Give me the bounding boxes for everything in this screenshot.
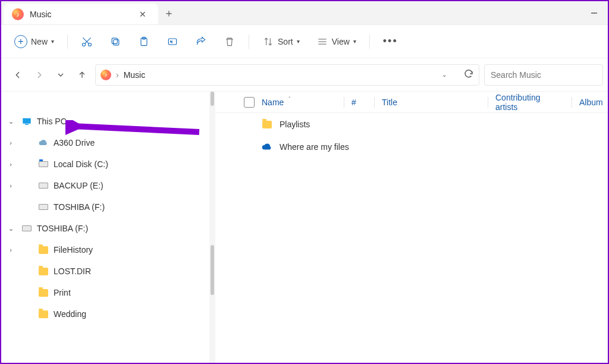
tab-music[interactable]: ♪ Music ✕ xyxy=(4,4,158,24)
chevron-down-icon: ▾ xyxy=(353,38,356,45)
svg-rect-12 xyxy=(25,124,29,125)
tree-item-toshiba-expanded[interactable]: ⌄ TOSHIBA (F:) xyxy=(1,218,209,239)
folder-icon xyxy=(38,266,49,277)
tree-label: LOST.DIR xyxy=(54,266,91,276)
back-button[interactable] xyxy=(10,67,26,83)
tree-label: A360 Drive xyxy=(54,138,95,148)
sort-button[interactable]: Sort ▾ xyxy=(256,32,306,52)
tree-label: Wedding xyxy=(54,309,86,319)
tree-item-filehistory[interactable]: › FileHistory xyxy=(1,239,209,261)
tree-item-toshiba[interactable]: › TOSHIBA (F:) xyxy=(1,196,209,218)
cut-button[interactable] xyxy=(75,32,99,52)
sort-button-label: Sort xyxy=(278,37,293,46)
tree-label: BACKUP (E:) xyxy=(54,181,103,190)
sort-icon xyxy=(262,36,274,48)
address-row: ♪ › Music ⌄ xyxy=(1,58,608,92)
rename-button[interactable] xyxy=(161,32,184,52)
chevron-down-icon: ▾ xyxy=(51,38,54,45)
new-tab-button[interactable]: ＋ xyxy=(158,1,180,24)
recent-button[interactable] xyxy=(52,67,69,83)
delete-button[interactable] xyxy=(218,32,241,52)
tab-close-icon[interactable]: ✕ xyxy=(136,10,150,19)
paste-button[interactable] xyxy=(132,32,156,52)
tree-label: TOSHIBA (F:) xyxy=(54,202,105,212)
column-contributing-artists[interactable]: Contributing artists xyxy=(488,93,572,112)
column-name[interactable]: Nameˆ xyxy=(255,98,344,107)
tree-item-a360[interactable]: › A360 Drive xyxy=(1,132,209,153)
tree-label: TOSHIBA (F:) xyxy=(37,224,88,233)
tree-label: FileHistory xyxy=(54,245,93,255)
drive-icon xyxy=(38,159,49,170)
chevron-down-icon: ▾ xyxy=(297,38,300,45)
music-icon: ♪ xyxy=(101,70,111,80)
rename-icon xyxy=(167,36,178,48)
drive-icon xyxy=(38,202,49,212)
breadcrumb[interactable]: Music xyxy=(124,70,146,80)
toolbar: + New ▾ Sort ▾ View ▾ ••• xyxy=(1,25,608,58)
folder-icon xyxy=(38,309,49,319)
expand-icon[interactable]: › xyxy=(5,182,17,189)
list-item[interactable]: Where are my files xyxy=(215,136,608,158)
cloud-icon xyxy=(38,137,49,148)
folder-icon xyxy=(38,244,49,255)
sidebar-scrollbar[interactable] xyxy=(209,92,215,363)
plus-icon: + xyxy=(14,35,27,48)
tree-label: This PC xyxy=(37,117,67,126)
column-album[interactable]: Album xyxy=(572,98,608,107)
pc-icon xyxy=(21,116,32,127)
music-icon: ♪ xyxy=(12,8,24,20)
item-name: Playlists xyxy=(280,120,310,129)
up-button[interactable] xyxy=(74,67,90,83)
view-button[interactable]: View ▾ xyxy=(310,32,362,52)
expand-icon[interactable]: › xyxy=(5,161,17,168)
copy-button[interactable] xyxy=(103,32,127,52)
expand-icon[interactable]: › xyxy=(5,246,17,253)
svg-rect-3 xyxy=(112,38,117,43)
item-name: Where are my files xyxy=(280,142,349,152)
select-all-checkbox[interactable] xyxy=(244,97,255,108)
content-pane: Nameˆ # Title Contributing artists Album… xyxy=(209,92,608,363)
more-icon: ••• xyxy=(383,35,398,48)
paste-icon xyxy=(138,36,150,48)
address-bar[interactable]: ♪ › Music ⌄ xyxy=(95,64,479,86)
navigation-tree: ⌄ This PC › A360 Drive › Local Disk (C:)… xyxy=(1,92,209,363)
tree-item-wedding[interactable]: › Wedding xyxy=(1,303,209,325)
svg-rect-11 xyxy=(23,118,31,124)
refresh-button[interactable] xyxy=(463,68,474,81)
onedrive-icon xyxy=(260,142,274,152)
chevron-right-icon: › xyxy=(116,70,119,80)
drive-icon xyxy=(21,223,32,234)
tree-item-lostdir[interactable]: › LOST.DIR xyxy=(1,261,209,282)
list-item[interactable]: Playlists xyxy=(215,113,608,136)
share-button[interactable] xyxy=(189,32,213,52)
collapse-icon[interactable]: ⌄ xyxy=(5,225,17,233)
chevron-down-icon[interactable]: ⌄ xyxy=(442,71,447,78)
drive-icon xyxy=(38,180,49,191)
folder-icon xyxy=(38,287,49,298)
search-box[interactable] xyxy=(484,64,603,86)
sort-indicator-icon: ˆ xyxy=(288,96,290,102)
tree-item-this-pc[interactable]: ⌄ This PC xyxy=(1,111,209,132)
folder-icon xyxy=(260,121,274,128)
column-number[interactable]: # xyxy=(344,98,374,107)
tree-item-print[interactable]: › Print xyxy=(1,282,209,303)
tree-item-backup[interactable]: › BACKUP (E:) xyxy=(1,175,209,196)
minimize-button[interactable] xyxy=(580,1,608,24)
copy-icon xyxy=(109,36,121,48)
titlebar: ♪ Music ✕ ＋ xyxy=(1,1,608,25)
tree-item-localdisk[interactable]: › Local Disk (C:) xyxy=(1,153,209,175)
cut-icon xyxy=(81,36,93,48)
svg-rect-4 xyxy=(114,39,119,45)
new-button-label: New xyxy=(31,37,48,46)
share-icon xyxy=(195,36,207,48)
more-button[interactable]: ••• xyxy=(377,32,404,52)
column-title[interactable]: Title xyxy=(375,98,488,107)
new-button[interactable]: + New ▾ xyxy=(8,32,60,52)
tab-title: Music xyxy=(30,10,52,19)
collapse-icon[interactable]: ⌄ xyxy=(5,118,17,125)
forward-button[interactable] xyxy=(31,67,48,83)
view-button-label: View xyxy=(332,37,350,46)
tree-label: Print xyxy=(54,288,71,297)
expand-icon[interactable]: › xyxy=(5,139,17,146)
search-input[interactable] xyxy=(491,70,597,80)
